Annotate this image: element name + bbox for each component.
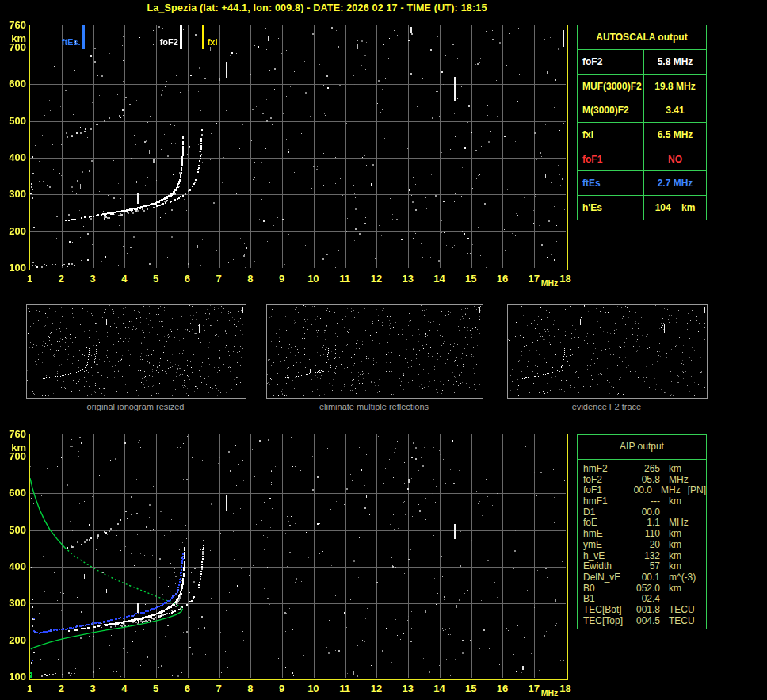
- aip-param-unit: km: [669, 551, 681, 562]
- aip-param-name: hmF2: [583, 464, 628, 475]
- y-tick-label: 400: [1, 561, 26, 572]
- aip-param-value: 02.4: [628, 594, 660, 605]
- aip-param-name: B1: [583, 594, 628, 605]
- x-tick-label: 12: [364, 273, 388, 285]
- aip-param-value: 57: [628, 561, 660, 572]
- x-tick-label: 8: [238, 273, 262, 285]
- y-tick-label: 200: [1, 635, 26, 646]
- y-tick-label: 760: [1, 20, 26, 31]
- aip-param-value: ---: [628, 496, 660, 507]
- autoscala-param-label: M(3000)F2: [578, 98, 644, 122]
- autoscala-param-value: 6.5 MHz: [644, 129, 706, 140]
- x-tick-label: 5: [144, 273, 168, 285]
- aip-param-value: 20: [628, 540, 660, 551]
- bottom-ionogram-plot: [29, 434, 568, 680]
- x-tick-label: 9: [270, 683, 294, 694]
- aip-row: foF205.8MHz: [578, 475, 706, 486]
- aip-param-value: 1.1: [628, 518, 660, 529]
- x-tick-label: 13: [396, 683, 420, 694]
- aip-param-unit: TECU: [669, 605, 695, 616]
- autoscala-param-value: 19.8 MHz: [644, 81, 706, 92]
- y-tick-label: 400: [1, 152, 26, 163]
- foF2-marker-line: [180, 25, 182, 49]
- autoscala-param-value: 2.7 MHz: [644, 178, 706, 189]
- aip-param-value: 004.5: [628, 616, 660, 627]
- thumbnail-eliminate-canvas: [267, 305, 481, 396]
- thumbnail-original-canvas: [27, 305, 244, 396]
- autoscala-table-header: AUTOSCALA output: [578, 25, 706, 49]
- y-tick-label: 600: [1, 78, 26, 90]
- aip-param-name: Ewidth: [583, 561, 628, 572]
- x-tick-label: 4: [113, 683, 136, 694]
- aip-row: Ewidth57km: [578, 561, 706, 572]
- y-tick-label: 760: [1, 429, 26, 440]
- aip-param-value: 00.1: [628, 572, 660, 583]
- thumbnail-evidence-f2: [507, 304, 708, 399]
- x-tick-label: 9: [270, 273, 294, 285]
- caption-evidence-f2: evidence F2 trace: [507, 402, 706, 411]
- autoscala-row: foF1NO: [578, 147, 706, 171]
- aip-param-name: TEC[Top]: [583, 616, 628, 627]
- x-tick-label: 7: [207, 273, 231, 285]
- aip-param-name: B0: [583, 583, 628, 595]
- y-tick-label: 200: [1, 226, 26, 237]
- aip-param-unit: m^(-3): [669, 572, 696, 583]
- x-tick-label: 5: [144, 683, 168, 694]
- aip-param-name: foE: [583, 518, 628, 529]
- x-tick-label: 1: [18, 683, 42, 694]
- aip-row: hmF2265km: [578, 464, 706, 475]
- x-tick-label: 6: [175, 683, 199, 694]
- autoscala-row: foF25.8 MHz: [578, 49, 706, 74]
- top-ionogram-plot: ftEs.foF2fxI: [29, 25, 568, 270]
- x-tick-label: 15: [459, 683, 483, 694]
- x-tick-label: 15: [459, 273, 483, 285]
- aip-output-table: AIP output hmF2265kmfoF205.8MHzfoF100.0M…: [577, 434, 707, 629]
- autoscala-output-table: AUTOSCALA output foF25.8 MHzMUF(3000)F21…: [577, 25, 707, 220]
- y-tick-label: 300: [1, 189, 26, 200]
- x-tick-label: 6: [175, 273, 199, 285]
- autoscala-param-label: MUF(3000)F2: [578, 75, 644, 98]
- x-tick-label: 1: [18, 273, 42, 285]
- foF2-marker-label: foF2: [129, 37, 178, 48]
- x-tick-label: 12: [364, 683, 388, 694]
- autoscala-row: MUF(3000)F219.8 MHz: [578, 74, 706, 98]
- autoscala-param-value: 5.8 MHz: [644, 56, 706, 67]
- aip-param-unit: km: [669, 464, 681, 475]
- x-tick-label: 7: [207, 683, 231, 694]
- autoscala-window: La_Spezia (lat: +44.1, lon: 009.8) - DAT…: [0, 0, 767, 700]
- aip-param-value: 05.8: [628, 475, 660, 486]
- autoscala-row: ftEs2.7 MHz: [578, 170, 706, 195]
- x-tick-label: 3: [81, 683, 105, 694]
- autoscala-param-value: 104 km: [644, 202, 706, 213]
- autoscala-param-value: NO: [644, 154, 706, 165]
- aip-param-unit: MHz: [661, 485, 681, 496]
- x-tick-label: 10: [301, 683, 325, 694]
- aip-param-value: 00.0: [628, 507, 660, 518]
- aip-param-unit: km: [669, 583, 681, 595]
- autoscala-table-rows: foF25.8 MHzMUF(3000)F219.8 MHzM(3000)F23…: [578, 49, 706, 220]
- autoscala-row: M(3000)F23.41: [578, 98, 706, 122]
- aip-row: TEC[Top]004.5TECU: [578, 616, 706, 627]
- aip-param-name: foF1: [583, 485, 624, 496]
- aip-param-name: TEC[Bot]: [583, 605, 628, 616]
- aip-row: foE1.1MHz: [578, 518, 706, 529]
- x-axis-unit: MHz: [541, 688, 559, 698]
- ftEs-marker-label: ftEs.: [32, 37, 81, 48]
- caption-eliminate-reflections: eliminate multiple reflections: [266, 402, 482, 411]
- aip-param-value: 052.0: [628, 583, 660, 595]
- autoscala-param-label: foF1: [578, 147, 644, 171]
- fxI-marker-line: [202, 25, 204, 49]
- x-tick-label: 3: [81, 273, 105, 285]
- y-tick-label: 500: [1, 116, 26, 127]
- autoscala-param-label: h'Es: [578, 196, 644, 220]
- aip-param-name: hmF1: [583, 496, 628, 507]
- aip-row: ymE20km: [578, 540, 706, 551]
- y-tick-label: 300: [1, 598, 26, 609]
- aip-param-unit: km: [669, 561, 681, 572]
- aip-row: D100.0: [578, 507, 706, 518]
- x-tick-label: 8: [238, 683, 262, 694]
- station-title: La_Spezia (lat: +44.1, lon: 009.8) - DAT…: [0, 2, 634, 13]
- bottom-ionogram-canvas: [30, 434, 566, 678]
- aip-param-value: 132: [628, 551, 660, 562]
- aip-param-note: [PN]: [688, 485, 706, 496]
